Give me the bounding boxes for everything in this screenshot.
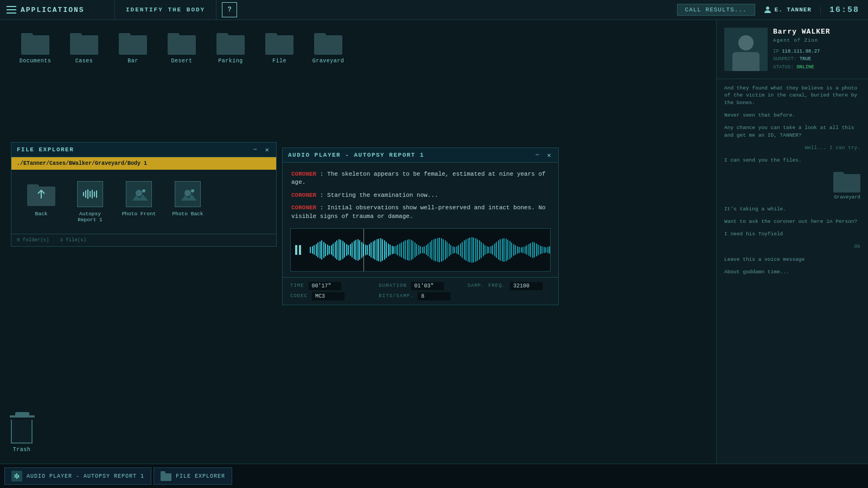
pause-bar-2 — [299, 245, 301, 255]
user-label: E. TANNER — [755, 6, 820, 14]
photo-back-icon — [174, 181, 202, 208]
desktop-icon-graveyard[interactable]: Graveyard — [309, 31, 347, 64]
back-icon — [27, 181, 55, 208]
photo-back-icon-shape — [175, 181, 201, 207]
minimize-button[interactable]: − — [251, 146, 259, 153]
codec-value: MC3 — [312, 292, 344, 300]
audio-player-titlebar: AUDIO PLAYER - AUTOPSY REPORT 1 − ✕ — [283, 148, 558, 163]
desktop-icon-bar[interactable]: Bar — [114, 31, 152, 64]
audio-file-icon — [76, 181, 104, 208]
photo-front-label: Photo Front — [122, 211, 156, 217]
desktop-icon-parking[interactable]: Parking — [212, 31, 250, 64]
folder-shape — [168, 31, 196, 55]
avatar — [724, 28, 768, 71]
file-item-photo-front[interactable]: Photo Front — [120, 181, 158, 223]
status-value: ONLINE — [796, 65, 814, 70]
folder-shape — [70, 31, 98, 55]
transcript-text-2: : Starting the examination now... — [320, 192, 438, 198]
task-label: IDENTIFY THE BODY — [115, 0, 216, 20]
file-count: 3 file(s) — [60, 237, 86, 243]
coroner-label-3: CORONER — [291, 204, 316, 211]
top-bar: APPLICATIONS IDENTIFY THE BODY ? CALL RE… — [0, 0, 868, 20]
audio-player-title: AUDIO PLAYER - AUTOPSY REPORT 1 — [288, 152, 424, 158]
taskbar-folder-icon — [161, 471, 171, 481]
chat-msg-4: Well... I can try. — [724, 144, 860, 151]
user-icon — [764, 6, 771, 14]
waveform-bars[interactable] — [291, 229, 551, 271]
file-item-photo-back[interactable]: Photo Back — [169, 181, 207, 223]
audio-player-window: AUDIO PLAYER - AUTOPSY REPORT 1 − ✕ CORO… — [282, 147, 559, 305]
folder-shape — [21, 31, 49, 55]
audio-close-button[interactable]: ✕ — [545, 151, 553, 159]
status-label: STATUS: — [773, 65, 794, 70]
svg-point-3 — [142, 189, 145, 192]
samp-label: SAMP. FREQ. — [468, 283, 506, 288]
icon-label-parking: Parking — [218, 58, 243, 64]
audio-minimize-button[interactable]: − — [533, 151, 541, 159]
file-item-autopsy-report-1[interactable]: Autopsy Report 1 — [71, 181, 109, 223]
transcript-area: CORONER : The skeleton appears to be fem… — [283, 163, 558, 228]
transcript-line-2: CORONER : Starting the examination now..… — [291, 191, 550, 200]
icon-label-cases: Cases — [75, 58, 93, 64]
transcript-text-3: : Initial observations show well-preserv… — [291, 204, 546, 219]
trash-label: Trash — [13, 447, 31, 453]
duration-value: 01'03" — [411, 282, 444, 290]
file-path: ./ETanner/Cases/BWalker/Graveyard/Body 1 — [11, 157, 276, 170]
trash-icon[interactable]: Trash — [11, 420, 33, 453]
app-title: APPLICATIONS — [21, 6, 85, 14]
pause-button[interactable] — [295, 245, 301, 255]
bits-value: 8 — [418, 292, 450, 300]
audio-icon — [14, 473, 20, 479]
ip-label: IP — [773, 49, 779, 54]
audio-icon-shape — [77, 181, 103, 207]
upload-arrow — [27, 182, 55, 206]
samp-field: SAMP. FREQ. 32100 — [468, 282, 551, 290]
audio-waves — [83, 189, 97, 200]
profile-header: Barry WALKER Agent of Zion IP 118.111.98… — [717, 20, 868, 79]
duration-label: DURATION — [379, 283, 406, 288]
pause-bar-1 — [295, 245, 297, 255]
profile-role: Agent of Zion — [773, 38, 860, 43]
desktop-icon-desert[interactable]: Desert — [163, 31, 201, 64]
chat-msg-1: And they found what they believe is a ph… — [724, 85, 860, 106]
file-item-back[interactable]: Back — [22, 181, 60, 223]
taskbar-file-explorer[interactable]: FILE EXPLORER — [154, 467, 232, 485]
back-label: Back — [35, 211, 48, 217]
profile-stats: IP 118.111.98.27 SUSPECT: TRUE STATUS: O… — [773, 48, 860, 71]
folder-shape — [216, 31, 245, 55]
profile-name: Barry WALKER — [773, 28, 860, 36]
hamburger-icon[interactable] — [7, 6, 16, 14]
samp-value: 32100 — [510, 282, 542, 290]
player-info: TIME 00'17" DURATION 01'03" SAMP. FREQ. … — [283, 277, 558, 305]
icon-label-documents: Documents — [20, 58, 52, 64]
svg-point-2 — [136, 190, 142, 196]
app-menu[interactable]: APPLICATIONS — [0, 0, 115, 20]
taskbar-audio-label: AUDIO PLAYER - AUTOPSY REPORT 1 — [27, 473, 144, 479]
chat-folder-icon — [833, 170, 860, 192]
help-button[interactable]: ? — [222, 2, 237, 17]
time-field: TIME 00'17" — [290, 282, 373, 290]
chat-msg-2: Never seen that before. — [724, 112, 860, 119]
folder-shape — [119, 31, 147, 55]
chat-folder-label: Graveyard — [834, 195, 860, 200]
coroner-label-2: CORONER — [291, 192, 316, 198]
desktop-icon-file[interactable]: File — [260, 31, 298, 64]
file-explorer-footer: 0 folder(s) 3 file(s) — [11, 234, 276, 246]
desktop-icon-documents[interactable]: Documents — [16, 31, 54, 64]
photo-back-label: Photo Back — [172, 211, 203, 217]
call-results-button[interactable]: CALL RESULTS... — [677, 4, 755, 16]
file-explorer-window: FILE EXPLORER − ✕ ./ETanner/Cases/BWalke… — [11, 142, 277, 247]
chat-msg-9: Ok — [724, 243, 860, 250]
desktop-icon-cases[interactable]: Cases — [65, 31, 103, 64]
chat-msg-6: It's taking a while. — [724, 206, 860, 213]
taskbar-audio-player[interactable]: AUDIO PLAYER - AUTOPSY REPORT 1 — [4, 467, 151, 485]
taskbar-audio-icon — [11, 471, 22, 481]
folder-shape — [265, 31, 293, 55]
close-button[interactable]: ✕ — [263, 146, 271, 153]
duration-field: DURATION 01'03" — [379, 282, 462, 290]
avatar-body — [732, 52, 760, 71]
transcript-text-1: : The skeleton appears to be female, est… — [291, 171, 546, 185]
transcript-line-3: CORONER : Initial observations show well… — [291, 204, 550, 221]
icon-label-file: File — [272, 58, 286, 64]
chat-folder-graveyard[interactable]: Graveyard — [724, 170, 860, 200]
